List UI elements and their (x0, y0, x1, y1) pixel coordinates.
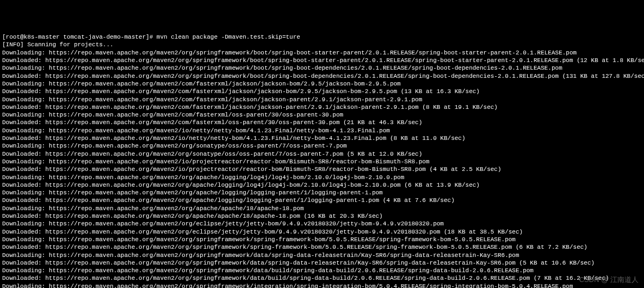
terminal-line: Downloading: https://repo.maven.apache.o… (2, 96, 642, 103)
terminal-line: Downloading: https://repo.maven.apache.o… (2, 220, 642, 228)
terminal-line: Downloaded: https://repo.maven.apache.or… (2, 103, 642, 111)
terminal-line: Downloading: https://repo.maven.apache.o… (2, 252, 642, 259)
terminal-output[interactable]: [root@k8s-master tomcat-java-demo-master… (2, 33, 642, 288)
terminal-line: Downloaded: https://repo.maven.apache.or… (2, 119, 642, 126)
terminal-line: Downloading: https://repo.maven.apache.o… (2, 283, 642, 288)
terminal-line: [INFO] Scanning for projects... (2, 41, 642, 48)
terminal-line: Downloaded: https://repo.maven.apache.or… (2, 228, 642, 236)
watermark: CSDN @ 江南道人 (579, 275, 639, 285)
terminal-line: Downloaded: https://repo.maven.apache.or… (2, 88, 642, 95)
terminal-line: Downloading: https://repo.maven.apache.o… (2, 189, 642, 197)
terminal-line: Downloaded: https://repo.maven.apache.or… (2, 72, 642, 80)
terminal-line: Downloading: https://repo.maven.apache.o… (2, 236, 642, 243)
terminal-line: Downloading: https://repo.maven.apache.o… (2, 142, 642, 150)
terminal-line: Downloaded: https://repo.maven.apache.or… (2, 259, 642, 267)
terminal-line: Downloading: https://repo.maven.apache.o… (2, 111, 642, 119)
terminal-line: Downloaded: https://repo.maven.apache.or… (2, 150, 642, 158)
terminal-line: Downloaded: https://repo.maven.apache.or… (2, 134, 642, 142)
terminal-line: Downloaded: https://repo.maven.apache.or… (2, 57, 642, 64)
terminal-line: Downloading: https://repo.maven.apache.o… (2, 205, 642, 212)
shell-prompt-line: [root@k8s-master tomcat-java-demo-master… (2, 33, 642, 41)
terminal-line: Downloading: https://repo.maven.apache.o… (2, 127, 642, 134)
terminal-line: Downloaded: https://repo.maven.apache.or… (2, 274, 642, 282)
terminal-line: Downloading: https://repo.maven.apache.o… (2, 267, 642, 274)
terminal-line: Downloaded: https://repo.maven.apache.or… (2, 181, 642, 189)
terminal-line: Downloaded: https://repo.maven.apache.or… (2, 166, 642, 173)
terminal-line: Downloading: https://repo.maven.apache.o… (2, 174, 642, 181)
terminal-line: Downloading: https://repo.maven.apache.o… (2, 80, 642, 88)
terminal-line: Downloaded: https://repo.maven.apache.or… (2, 197, 642, 204)
terminal-line: Downloaded: https://repo.maven.apache.or… (2, 212, 642, 220)
terminal-line: Downloading: https://repo.maven.apache.o… (2, 49, 642, 57)
terminal-line: Downloaded: https://repo.maven.apache.or… (2, 243, 642, 251)
terminal-line: Downloading: https://repo.maven.apache.o… (2, 158, 642, 166)
terminal-line: Downloading: https://repo.maven.apache.o… (2, 64, 642, 72)
